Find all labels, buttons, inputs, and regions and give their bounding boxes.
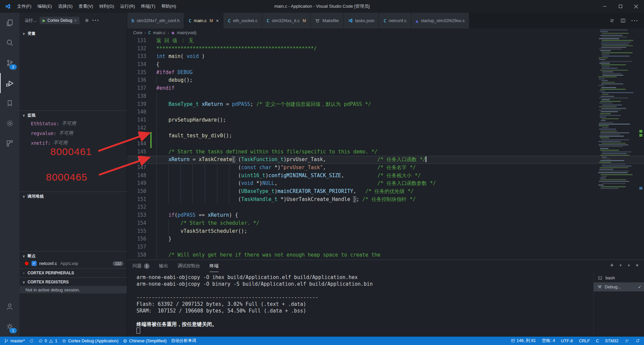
terminal-output[interactable]: arm-none-eabi-objcopy -O ihex build/Appl… bbox=[127, 274, 593, 337]
line-number[interactable]: 145 bbox=[127, 148, 146, 156]
eol-item[interactable]: CRLF bbox=[579, 339, 590, 343]
tab-main.c[interactable]: Cmain.cM× bbox=[184, 13, 223, 28]
code-line-144[interactable]: 144 bbox=[127, 140, 644, 148]
gutter[interactable] bbox=[146, 148, 156, 156]
run-debug-icon[interactable] bbox=[0, 73, 19, 93]
gutter[interactable] bbox=[146, 235, 156, 243]
line-number[interactable]: 148 bbox=[127, 172, 146, 180]
panel-tab-问题[interactable]: 问题1 bbox=[132, 260, 150, 272]
line-number[interactable]: 138 bbox=[127, 92, 146, 100]
gutter[interactable] bbox=[146, 140, 156, 148]
line-number[interactable]: 147 bbox=[127, 164, 146, 172]
gutter[interactable] bbox=[146, 211, 156, 219]
code-line-148[interactable]: 148 (uint16_t)configMINIMAL_STACK_SIZE, … bbox=[127, 172, 644, 180]
gutter[interactable] bbox=[146, 164, 156, 172]
indentation-item[interactable]: 空格: 4 bbox=[542, 338, 555, 344]
gutter[interactable] bbox=[146, 69, 156, 77]
line-number[interactable]: 154 bbox=[127, 219, 146, 227]
split-editor-icon[interactable] bbox=[620, 18, 626, 23]
section-cortex-registers[interactable]: ∨CORTEX REGISTERS bbox=[19, 278, 127, 286]
section-callstack[interactable]: ∨调用堆栈 bbox=[19, 192, 127, 200]
explorer-icon[interactable] bbox=[0, 13, 19, 33]
line-number[interactable]: 137 bbox=[127, 84, 146, 92]
code-line-138[interactable]: 138 bbox=[127, 92, 644, 100]
code-line-137[interactable]: 137#endif bbox=[127, 84, 644, 92]
minimap[interactable] bbox=[598, 29, 636, 191]
breakpoint-row[interactable]: ✓ netconf.c App\Lwip 132 bbox=[19, 260, 127, 267]
tab-stm32f4xx_it.c[interactable]: Cstm32f4xx_it.cM bbox=[262, 13, 311, 28]
compare-changes-icon[interactable] bbox=[609, 18, 615, 23]
code-line-135[interactable]: 135#ifdef DEBUG bbox=[127, 69, 644, 77]
code-line-140[interactable]: 140 bbox=[127, 108, 644, 116]
gutter[interactable] bbox=[146, 243, 156, 251]
section-variables[interactable]: ∨变量 bbox=[19, 29, 127, 38]
gutter[interactable] bbox=[146, 53, 156, 61]
tab-Makefile[interactable]: Makefile bbox=[311, 13, 343, 28]
code-line-143[interactable]: 143 fault_test_by_div0(); bbox=[127, 132, 644, 140]
tab-startup_stm32f429xx.s[interactable]: ▲startup_stm32f429xx.s bbox=[411, 13, 469, 28]
sync-icon[interactable] bbox=[29, 339, 34, 343]
gutter[interactable] bbox=[146, 132, 156, 140]
line-number[interactable]: 149 bbox=[127, 180, 146, 188]
minimize-button[interactable] bbox=[597, 0, 612, 13]
panel-tab-调试控制台[interactable]: 调试控制台 bbox=[177, 260, 200, 272]
code-line-146[interactable]: 146 xReturn = xTaskCreate( (TaskFunction… bbox=[127, 156, 644, 164]
layout-grid-icon[interactable] bbox=[0, 133, 19, 153]
line-number[interactable]: 151 bbox=[127, 196, 146, 204]
code-line-158[interactable]: 158 /* Will only get here if there was n… bbox=[127, 251, 644, 259]
line-number[interactable]: 157 bbox=[127, 243, 146, 251]
tab-tasks.json[interactable]: tasks.json bbox=[343, 13, 379, 28]
line-number[interactable]: 144 bbox=[127, 140, 146, 148]
line-number[interactable]: 152 bbox=[127, 203, 146, 211]
gutter[interactable] bbox=[146, 188, 156, 196]
gutter[interactable] bbox=[146, 180, 156, 188]
gutter[interactable] bbox=[146, 61, 156, 69]
language-item[interactable]: Chinese (Simplified) bbox=[123, 339, 167, 343]
code-line-152[interactable]: 152 bbox=[127, 203, 644, 211]
code-line-154[interactable]: 154 /* Start the scheduler. */ bbox=[127, 219, 644, 227]
code-line-149[interactable]: 149 (void *)NULL, /* 任务入口函数参数 */ bbox=[127, 180, 644, 188]
line-number[interactable]: 150 bbox=[127, 188, 146, 196]
code-line-134[interactable]: 134{ bbox=[127, 61, 644, 69]
watch-item-regvalue[interactable]: regvalue:不可用 bbox=[19, 128, 127, 138]
cursor-position-item[interactable]: 行 146, 列 81 bbox=[511, 338, 536, 344]
gutter[interactable] bbox=[146, 251, 156, 259]
code-editor[interactable]: 131返 回 值 ： 无132*************************… bbox=[127, 37, 644, 260]
section-watch[interactable]: ∨监视 bbox=[19, 111, 127, 119]
line-number[interactable]: 141 bbox=[127, 116, 146, 124]
gutter[interactable] bbox=[146, 156, 156, 164]
code-line-141[interactable]: 141 prvSetupHardware(); bbox=[127, 116, 644, 124]
problems-item[interactable]: 0 1 bbox=[38, 339, 57, 343]
menu-终端T[interactable]: 终端(T) bbox=[138, 2, 158, 11]
panel-tab-输出[interactable]: 输出 bbox=[159, 260, 168, 272]
gutter[interactable] bbox=[146, 84, 156, 92]
section-breakpoints[interactable]: ∨断点 bbox=[19, 252, 127, 260]
line-number[interactable]: 143 bbox=[127, 132, 146, 140]
code-line-132[interactable]: 132*************************************… bbox=[127, 45, 644, 53]
code-line-131[interactable]: 131返 回 值 ： 无 bbox=[127, 37, 644, 45]
account-icon[interactable] bbox=[0, 296, 19, 317]
git-branch-item[interactable]: master* bbox=[4, 339, 25, 343]
gutter[interactable] bbox=[146, 37, 156, 45]
new-terminal-icon[interactable]: + bbox=[610, 263, 614, 268]
gutter[interactable] bbox=[146, 227, 156, 235]
line-number[interactable]: 142 bbox=[127, 124, 146, 132]
gutter[interactable] bbox=[146, 196, 156, 204]
terminal-list-item-bash[interactable]: bash bbox=[594, 273, 644, 282]
settings-gear-icon[interactable]: 1 bbox=[0, 317, 19, 337]
line-number[interactable]: 134 bbox=[127, 61, 146, 69]
cortex-debug-item[interactable]: Cortex Debug (Application) bbox=[62, 339, 118, 343]
watch-item-EthStatus[interactable]: EthStatus:不可用 bbox=[19, 119, 127, 128]
code-line-147[interactable]: 147 (const char *)"prvUser_Task", /* 任务名… bbox=[127, 164, 644, 172]
line-number[interactable]: 146 bbox=[127, 156, 146, 164]
line-number[interactable]: 156 bbox=[127, 235, 146, 243]
tab-stm32f4x7_eth_conf.h[interactable]: hstm32f4x7_eth_conf.h bbox=[127, 13, 184, 28]
code-line-155[interactable]: 155 vTaskStartScheduler(); bbox=[127, 227, 644, 235]
menu-转到G[interactable]: 转到(G) bbox=[96, 2, 117, 11]
menu-选择S[interactable]: 选择(S) bbox=[55, 2, 75, 11]
breadcrumb-file[interactable]: main.c bbox=[153, 30, 165, 35]
source-control-icon[interactable]: 3 bbox=[0, 53, 19, 73]
gutter[interactable] bbox=[146, 124, 156, 132]
search-icon[interactable] bbox=[0, 33, 19, 53]
line-number[interactable]: 139 bbox=[127, 100, 146, 109]
